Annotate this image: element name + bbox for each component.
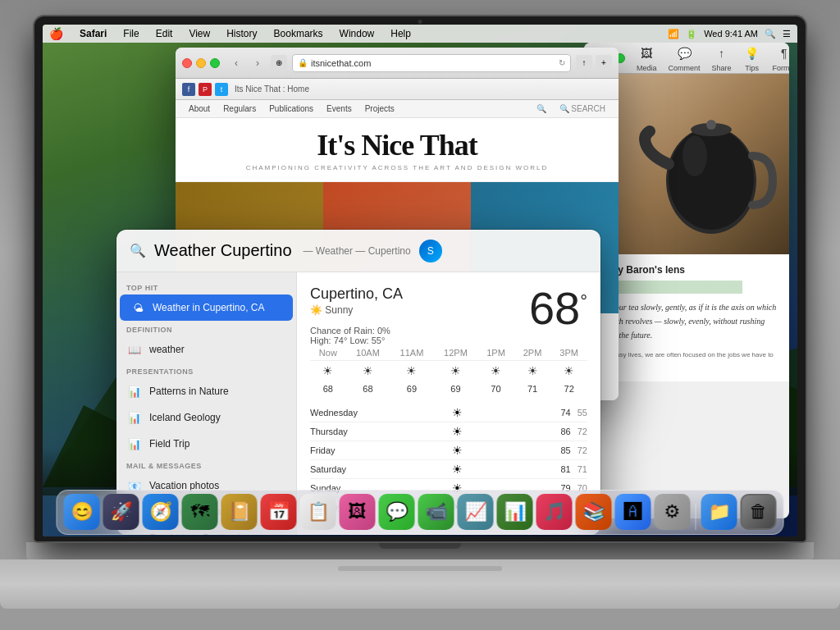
site-header: It's Nice That CHAMPIONING CREATIVITY AC…	[176, 118, 619, 182]
high-wed: 74	[561, 408, 571, 418]
fullscreen-button[interactable]	[210, 58, 220, 68]
weather-temp-display: 68°	[529, 285, 587, 331]
nav-projects[interactable]: Projects	[365, 104, 395, 113]
tab-title[interactable]: Its Nice That : Home	[235, 84, 309, 94]
day-wednesday: Wednesday	[310, 408, 368, 418]
menu-view[interactable]: View	[185, 28, 213, 39]
dock-reminders[interactable]: 📋	[300, 494, 336, 530]
dock-itunes[interactable]: 🎵	[536, 494, 573, 530]
dock-calendar[interactable]: 📅	[261, 494, 297, 530]
weather-location: Cupertino, CA	[310, 285, 403, 303]
safari-action-buttons: ↑ +	[576, 55, 612, 71]
search-menubar-icon[interactable]: 🔍	[765, 29, 776, 39]
dock-messages[interactable]: 💬	[379, 494, 415, 530]
dock-stocks[interactable]: 📈	[458, 494, 494, 530]
search-label-site[interactable]: 🔍 SEARCH	[559, 104, 605, 113]
day-icon-fri: ☀	[374, 444, 540, 457]
spotlight-result-patterns[interactable]: 📊 Patterns in Nature	[116, 378, 296, 404]
spotlight-query[interactable]: Weather Cupertino	[154, 241, 292, 260]
high-sat: 81	[561, 464, 571, 474]
media-button[interactable]: 🖼 Media	[632, 43, 662, 74]
pages-quote: pour your tea slowly, gently, as if it i…	[594, 300, 779, 342]
macbook-trackpad[interactable]	[338, 566, 502, 571]
screen-bezel: 🍎 Safari File Edit View History Bookmark…	[34, 16, 806, 541]
spotlight-result-definition[interactable]: 📖 weather	[116, 336, 296, 363]
site-subtitle: CHAMPIONING CREATIVITY ACROSS THE ART AN…	[185, 164, 609, 171]
nav-publications[interactable]: Publications	[269, 104, 313, 113]
camera	[418, 20, 422, 24]
day-icon-sat: ☀	[374, 463, 540, 476]
apple-menu[interactable]: 🍎	[49, 27, 63, 40]
temp-10: 68	[346, 381, 390, 397]
facebook-icon[interactable]: f	[182, 83, 195, 96]
dock-maps[interactable]: 🗺	[182, 494, 218, 530]
search-icon-site[interactable]: 🔍	[536, 104, 546, 113]
low-wed: 55	[578, 408, 587, 418]
spotlight-result-fieldtrip[interactable]: 📊 Field Trip	[116, 431, 296, 457]
dock-finder[interactable]: 😊	[64, 494, 100, 530]
nav-events[interactable]: Events	[326, 104, 352, 113]
dock-appstore[interactable]: 🅰	[615, 494, 651, 530]
dock-photos[interactable]: 🖼	[340, 494, 376, 530]
weather-result-label: Weather in Cupertino, CA	[153, 302, 265, 313]
day-saturday: Saturday	[310, 464, 368, 474]
menu-bar-left: 🍎 Safari File Edit View History Bookmark…	[49, 27, 668, 40]
comment-button[interactable]: 💬 Comment	[664, 43, 705, 74]
forward-button[interactable]: ›	[249, 55, 266, 71]
spotlight-browser-icon[interactable]: S	[419, 240, 442, 262]
dock-sysprefs[interactable]: ⚙	[655, 494, 691, 530]
hour-icon-10: ☀	[346, 361, 390, 381]
close-button[interactable]	[182, 58, 192, 68]
spotlight-result-weather[interactable]: 🌤 Weather in Cupertino, CA	[120, 294, 293, 321]
menu-bookmarks[interactable]: Bookmarks	[271, 28, 326, 39]
dock-numbers[interactable]: 📊	[497, 494, 533, 530]
new-tab-btn[interactable]: +	[596, 55, 612, 71]
dock-folder[interactable]: 📁	[701, 494, 737, 530]
macbook-chin	[26, 541, 814, 559]
bookmark-share-btn[interactable]: ↑	[576, 55, 592, 71]
nav-about[interactable]: About	[189, 104, 210, 113]
macbook-latch	[379, 542, 461, 549]
menu-safari[interactable]: Safari	[76, 28, 110, 39]
dock-notes[interactable]: 📔	[221, 494, 258, 530]
back-button[interactable]: ‹	[228, 55, 244, 71]
menu-history[interactable]: History	[223, 28, 260, 39]
dock-facetime[interactable]: 📹	[418, 494, 454, 530]
safari-tabs-bar: f P t Its Nice That : Home	[176, 79, 619, 100]
share-button-pages[interactable]: ↑ Share	[707, 43, 737, 74]
macbook-base	[0, 559, 840, 609]
pinterest-icon[interactable]: P	[199, 83, 212, 96]
macbook-frame: 🍎 Safari File Edit View History Bookmark…	[0, 0, 840, 630]
menu-edit[interactable]: Edit	[153, 28, 176, 39]
comment-icon: 💬	[675, 44, 693, 62]
hour-12pm: 12PM	[434, 345, 478, 361]
weather-condition: ☀️ Sunny	[310, 304, 403, 316]
twitter-icon[interactable]: t	[215, 83, 228, 96]
presentation-label-2: Iceland Geology	[149, 412, 221, 423]
dock-safari[interactable]: 🧭	[143, 494, 179, 530]
nav-regulars[interactable]: Regulars	[223, 104, 256, 113]
definition-icon: 📖	[126, 341, 143, 358]
presentation-icon-3: 📊	[126, 436, 143, 452]
day-icon-wed: ☀	[374, 406, 540, 419]
dock-ibooks[interactable]: 📚	[576, 494, 612, 530]
temp-3: 72	[550, 381, 587, 397]
address-bar[interactable]: 🔒 itsnicethat.com ↻	[292, 54, 571, 72]
dock-launchpad[interactable]: 🚀	[103, 494, 139, 530]
menu-window[interactable]: Window	[336, 28, 378, 39]
reload-icon[interactable]: ↻	[559, 58, 565, 67]
tips-button[interactable]: 💡 Tips	[738, 43, 766, 74]
minimize-button[interactable]	[196, 58, 206, 68]
menu-file[interactable]: File	[120, 28, 142, 39]
weather-rain: Chance of Rain: 0%	[310, 326, 403, 336]
format-button[interactable]: ¶ Format	[768, 43, 789, 74]
day-icon-thu: ☀	[374, 425, 540, 438]
low-fri: 72	[578, 445, 587, 455]
menu-help[interactable]: Help	[387, 28, 414, 39]
list-icon[interactable]: ☰	[783, 29, 791, 39]
share-button[interactable]: ⊕	[271, 55, 287, 71]
spotlight-result-iceland[interactable]: 📊 Iceland Geology	[116, 404, 296, 431]
hour-icon-11: ☀	[390, 361, 434, 381]
site-title: It's Nice That	[185, 128, 609, 162]
dock-trash[interactable]: 🗑	[741, 494, 777, 530]
